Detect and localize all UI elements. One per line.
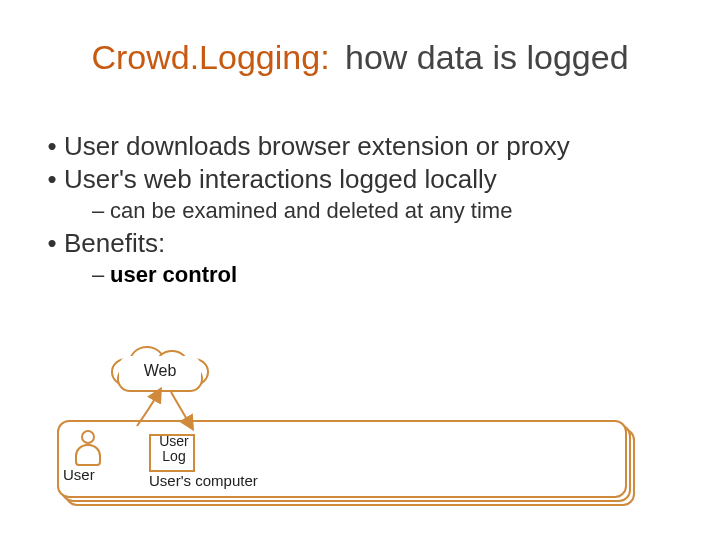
bullet-3: • Benefits: bbox=[40, 227, 680, 260]
bullet-dot: • bbox=[40, 130, 64, 163]
bullet-3-sub: – user control bbox=[86, 261, 680, 289]
user-label: User bbox=[63, 466, 95, 483]
bullet-dot: • bbox=[40, 227, 64, 260]
user-icon bbox=[73, 430, 103, 470]
bullet-dash: – bbox=[86, 197, 110, 225]
bullet-2-sub: – can be examined and deleted at any tim… bbox=[86, 197, 680, 225]
slide-title: Crowd.Logging: how data is logged bbox=[0, 38, 720, 77]
bullet-1: • User downloads browser extension or pr… bbox=[40, 130, 680, 163]
bullet-3-sub-text: user control bbox=[110, 261, 237, 289]
bullet-dash: – bbox=[86, 261, 110, 289]
arrows-icon bbox=[119, 384, 209, 434]
bullet-2: • User's web interactions logged locally bbox=[40, 163, 680, 196]
user-log-label: User Log bbox=[147, 434, 201, 465]
bullet-1-text: User downloads browser extension or prox… bbox=[64, 130, 570, 163]
title-accent: Crowd.Logging: bbox=[91, 38, 329, 76]
bullet-2-sub-text: can be examined and deleted at any time bbox=[110, 197, 512, 225]
title-rest: how data is logged bbox=[345, 38, 629, 76]
web-cloud-label: Web bbox=[105, 362, 215, 380]
bullet-list: • User downloads browser extension or pr… bbox=[40, 130, 680, 291]
bullet-3-text: Benefits: bbox=[64, 227, 165, 260]
diagram: Web User User Log User's computer bbox=[55, 340, 665, 520]
computer-label: User's computer bbox=[149, 472, 258, 489]
bullet-dot: • bbox=[40, 163, 64, 196]
bullet-2-text: User's web interactions logged locally bbox=[64, 163, 497, 196]
